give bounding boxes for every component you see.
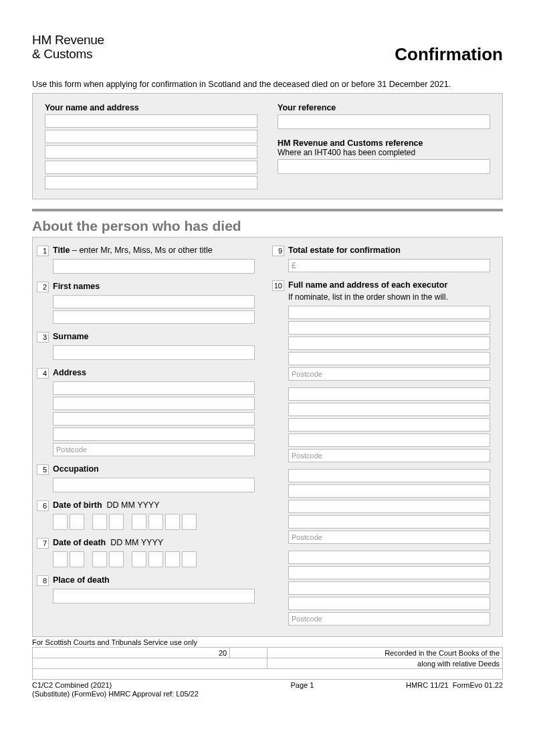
exec3-line-1[interactable] [288,469,490,482]
name-address-line-2[interactable] [45,130,257,143]
court-cell-deeds[interactable]: along with relative Deeds [268,658,503,669]
exec1-line-1[interactable] [288,306,490,319]
section-rule [32,209,503,211]
dod-y2[interactable] [148,551,163,567]
q10-executors: 10 Full name and address of each executo… [272,280,490,626]
name-address-line-3[interactable] [45,145,257,159]
dob-d2[interactable] [70,514,84,530]
exec1-line-4[interactable] [288,352,490,365]
executor-block-4: Postcode [288,551,490,626]
executor-block-2: Postcode [288,387,490,462]
q3-surname: 3 Surname [37,332,255,360]
exec2-line-3[interactable] [288,418,490,432]
first-names-line-2[interactable] [53,310,255,324]
hmrc-reference-input[interactable] [278,159,490,174]
court-cell-blank-2[interactable] [33,658,268,669]
footer-hmrc-date: HMRC 11/21 [406,681,449,689]
q5-label: Occupation [53,464,99,474]
dod-m2[interactable] [109,551,124,567]
exec1-line-2[interactable] [288,321,490,335]
address-line-1[interactable] [53,381,255,395]
dob-m2[interactable] [109,514,124,530]
right-column: 9 Total estate for confirmation £ 10 Ful… [272,246,490,630]
q8-label: Place of death [53,575,110,585]
name-address-label: Your name and address [45,103,257,112]
q9-number: 9 [272,246,284,256]
dod-d2[interactable] [70,551,84,567]
dod-inputs [53,551,255,567]
deceased-box: 1 Title – enter Mr, Mrs, Miss, Ms or oth… [32,237,503,637]
footer-approval-ref: (Substitute) (FormEvo) HMRC Approval ref… [32,690,199,698]
court-cell-20[interactable]: 20 [33,648,230,658]
q5-number: 5 [37,464,49,475]
place-of-death-input[interactable] [53,589,255,603]
logo-line-2: & Customs [32,47,92,61]
court-cell-recorded[interactable]: Recorded in the Court Books of the [268,648,503,658]
exec1-postcode[interactable]: Postcode [288,367,490,381]
address-line-3[interactable] [53,412,255,426]
exec2-line-2[interactable] [288,403,490,416]
exec3-line-4[interactable] [288,515,490,529]
surname-input[interactable] [53,345,255,360]
q8-place-of-death: 8 Place of death [37,575,255,603]
q9-label: Total estate for confirmation [288,246,401,255]
dob-inputs [53,514,255,530]
exec4-line-4[interactable] [288,597,490,610]
dob-y2[interactable] [148,514,163,530]
dod-y4[interactable] [182,551,197,567]
exec4-line-1[interactable] [288,551,490,564]
q7-date-of-death: 7 Date of death DD MM YYYY [37,538,255,567]
exec2-line-4[interactable] [288,434,490,447]
exec3-line-3[interactable] [288,500,490,513]
left-column: 1 Title – enter Mr, Mrs, Miss, Ms or oth… [37,246,255,630]
applicant-box: Your name and address Your reference HM … [32,93,503,199]
dob-y3[interactable] [165,514,180,530]
exec1-line-3[interactable] [288,337,490,350]
address-postcode[interactable]: Postcode [53,443,255,456]
exec3-postcode[interactable]: Postcode [288,531,490,544]
q1-hint: – enter Mr, Mrs, Miss, Ms or other title [70,246,212,255]
footer-left: C1/C2 Combined (2021) (Substitute) (Form… [32,681,199,698]
exec4-line-3[interactable] [288,581,490,595]
court-cell-blank-3[interactable] [33,669,503,680]
name-address-col: Your name and address [45,103,257,189]
dob-y4[interactable] [182,514,197,530]
exec3-line-2[interactable] [288,484,490,498]
q7-label: Date of death [53,538,106,547]
dob-d1[interactable] [53,514,68,530]
q2-number: 2 [37,282,49,292]
address-line-4[interactable] [53,428,255,441]
exec2-postcode[interactable]: Postcode [288,449,490,462]
name-address-line-1[interactable] [45,114,257,128]
court-cell-blank-1[interactable] [230,648,268,658]
q7-number: 7 [37,538,49,549]
dob-m1[interactable] [92,514,107,530]
first-names-line-1[interactable] [53,295,255,308]
court-use-label: For Scottish Courts and Tribunals Servic… [32,638,503,646]
title-input[interactable] [53,259,255,274]
footer-right: HMRC 11/21 FormEvo 01.22 [406,681,503,689]
hmrc-reference-sublabel: Where an IHT400 has been completed [278,148,490,157]
name-address-line-5[interactable] [45,176,257,189]
exec2-line-1[interactable] [288,387,490,401]
total-estate-input[interactable]: £ [288,259,490,272]
footer-form-ref: C1/C2 Combined (2021) [32,681,112,689]
dod-y1[interactable] [132,551,146,567]
q10-label: Full name and address of each executor [288,280,447,290]
q2-first-names: 2 First names [37,282,255,324]
reference-col: Your reference HM Revenue and Customs re… [278,103,490,189]
occupation-input[interactable] [53,478,255,492]
address-line-2[interactable] [53,397,255,410]
exec4-postcode[interactable]: Postcode [288,612,490,626]
q6-label: Date of birth [53,500,102,510]
dod-m1[interactable] [92,551,107,567]
page-title: Confirmation [395,44,503,65]
your-reference-input[interactable] [278,114,490,129]
q1-number: 1 [37,246,49,256]
exec4-line-2[interactable] [288,566,490,579]
name-address-line-4[interactable] [45,161,257,174]
dod-d1[interactable] [53,551,68,567]
q1-label: Title [53,246,70,255]
dod-y3[interactable] [165,551,180,567]
dob-y1[interactable] [132,514,146,530]
